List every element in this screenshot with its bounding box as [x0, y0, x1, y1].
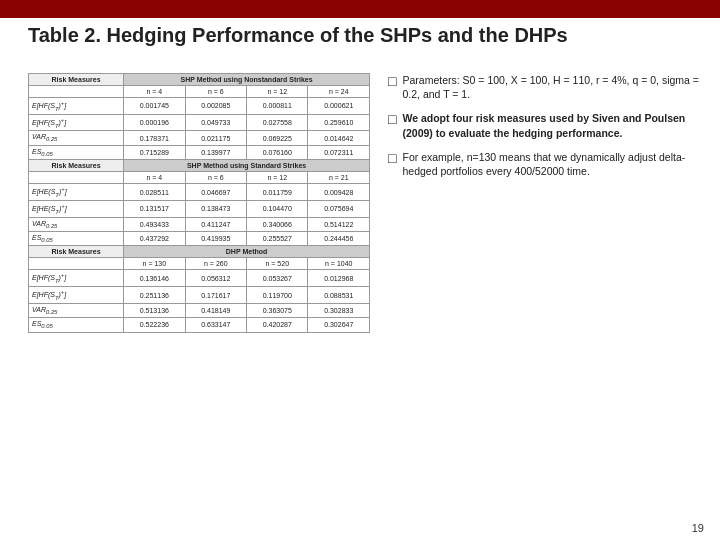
cell: 0.255527: [247, 232, 308, 246]
cell: 0.514122: [308, 217, 370, 231]
table-row: n = 4 n = 6 n = 12 n = 24: [29, 86, 370, 98]
col-header: n = 1040: [308, 258, 370, 270]
row-label: VAR0.25: [29, 217, 124, 231]
row-label: E[HF(ST)+]: [29, 114, 124, 131]
table-row: n = 130 n = 260 n = 520 n = 1040: [29, 258, 370, 270]
cell: 0.302647: [308, 318, 370, 332]
row-label: ES0.05: [29, 145, 124, 159]
col-header: n = 520: [247, 258, 308, 270]
col-header: n = 260: [185, 258, 246, 270]
bullet-symbol-3: □: [388, 149, 396, 168]
table-row: E[HE(ST)+] 0.131517 0.138473 0.104470 0.…: [29, 200, 370, 217]
cell: 0.076160: [247, 145, 308, 159]
cell: 0.138473: [185, 200, 246, 217]
empty-cell: [29, 86, 124, 98]
cell: 0.088531: [308, 287, 370, 304]
bullet-item-1: □ Parameters: S0 = 100, X = 100, H = 110…: [388, 73, 708, 101]
cell: 0.075694: [308, 200, 370, 217]
cell: 0.072311: [308, 145, 370, 159]
table-section: Risk Measures SHP Method using Nonstanda…: [0, 65, 380, 540]
cell: 0.513136: [124, 303, 185, 317]
cell: 0.340066: [247, 217, 308, 231]
main-content: Risk Measures SHP Method using Nonstanda…: [0, 65, 720, 540]
table-row: E[HE(ST)+] 0.028511 0.046697 0.011759 0.…: [29, 184, 370, 201]
cell: 0.053267: [247, 270, 308, 287]
bullet-text-3: For example, n=130 means that we dynamic…: [402, 150, 708, 178]
row-label: E[HF(ST)+]: [29, 98, 124, 115]
cell: 0.046697: [185, 184, 246, 201]
row-label: ES0.05: [29, 318, 124, 332]
cell: 0.056312: [185, 270, 246, 287]
row-label: ES0.05: [29, 232, 124, 246]
right-section: □ Parameters: S0 = 100, X = 100, H = 110…: [380, 65, 720, 540]
bullet-item-2: □ We adopt four risk measures used by Si…: [388, 111, 708, 139]
col-header: n = 6: [185, 172, 246, 184]
data-table: Risk Measures SHP Method using Nonstanda…: [28, 73, 370, 333]
cell: 0.021175: [185, 131, 246, 145]
table-row: VAR0.25 0.178371 0.021175 0.069225 0.014…: [29, 131, 370, 145]
cell: 0.014642: [308, 131, 370, 145]
empty-cell: [29, 172, 124, 184]
cell: 0.136146: [124, 270, 185, 287]
risk-measures-label: Risk Measures: [29, 74, 124, 86]
cell: 0.411247: [185, 217, 246, 231]
col-header: n = 21: [308, 172, 370, 184]
section-header-1: SHP Method using Nonstandard Strikes: [124, 74, 370, 86]
col-header: n = 4: [124, 86, 185, 98]
cell: 0.001745: [124, 98, 185, 115]
page-title: Table 2. Hedging Performance of the SHPs…: [28, 24, 568, 47]
cell: 0.009428: [308, 184, 370, 201]
cell: 0.119700: [247, 287, 308, 304]
cell: 0.363075: [247, 303, 308, 317]
cell: 0.131517: [124, 200, 185, 217]
row-label: VAR0.25: [29, 303, 124, 317]
table-row: Risk Measures SHP Method using Standard …: [29, 160, 370, 172]
cell: 0.027558: [247, 114, 308, 131]
table-row: ES0.05 0.522236 0.633147 0.420287 0.3026…: [29, 318, 370, 332]
table-row: ES0.05 0.437292 0.419935 0.255527 0.2444…: [29, 232, 370, 246]
bullet-item-3: □ For example, n=130 means that we dynam…: [388, 150, 708, 178]
table-row: E[HF(ST)+] 0.000196 0.049733 0.027558 0.…: [29, 114, 370, 131]
bullet-symbol-1: □: [388, 72, 396, 91]
cell: 0.178371: [124, 131, 185, 145]
table-row: Risk Measures SHP Method using Nonstanda…: [29, 74, 370, 86]
page-number: 19: [692, 522, 704, 534]
bullet-text-1: Parameters: S0 = 100, X = 100, H = 110, …: [402, 73, 708, 101]
col-header: n = 12: [247, 172, 308, 184]
cell: 0.012968: [308, 270, 370, 287]
cell: 0.000196: [124, 114, 185, 131]
cell: 0.633147: [185, 318, 246, 332]
table-row: VAR0.25 0.493433 0.411247 0.340066 0.514…: [29, 217, 370, 231]
col-header: n = 12: [247, 86, 308, 98]
table-row: n = 4 n = 6 n = 12 n = 21: [29, 172, 370, 184]
table-row: E[HF(ST)+] 0.001745 0.002085 0.000811 0.…: [29, 98, 370, 115]
cell: 0.259610: [308, 114, 370, 131]
row-label: E[HE(ST)+]: [29, 184, 124, 201]
empty-cell: [29, 258, 124, 270]
table-row: Risk Measures DHP Method: [29, 246, 370, 258]
bullet-symbol-2: □: [388, 110, 396, 129]
table-row: E[HF(ST)+] 0.251136 0.171617 0.119700 0.…: [29, 287, 370, 304]
cell: 0.522236: [124, 318, 185, 332]
cell: 0.139977: [185, 145, 246, 159]
cell: 0.302833: [308, 303, 370, 317]
section-header-3: DHP Method: [124, 246, 370, 258]
cell: 0.069225: [247, 131, 308, 145]
risk-measures-label-3: Risk Measures: [29, 246, 124, 258]
cell: 0.419935: [185, 232, 246, 246]
cell: 0.420287: [247, 318, 308, 332]
cell: 0.251136: [124, 287, 185, 304]
risk-measures-label-2: Risk Measures: [29, 160, 124, 172]
cell: 0.049733: [185, 114, 246, 131]
section-header-2: SHP Method using Standard Strikes: [124, 160, 370, 172]
col-header: n = 6: [185, 86, 246, 98]
cell: 0.028511: [124, 184, 185, 201]
bullet-text-2: We adopt four risk measures used by Sive…: [402, 111, 708, 139]
cell: 0.011759: [247, 184, 308, 201]
cell: 0.244456: [308, 232, 370, 246]
col-header: n = 4: [124, 172, 185, 184]
cell: 0.171617: [185, 287, 246, 304]
cell: 0.437292: [124, 232, 185, 246]
cell: 0.002085: [185, 98, 246, 115]
table-row: E[HF(ST)+] 0.136146 0.056312 0.053267 0.…: [29, 270, 370, 287]
